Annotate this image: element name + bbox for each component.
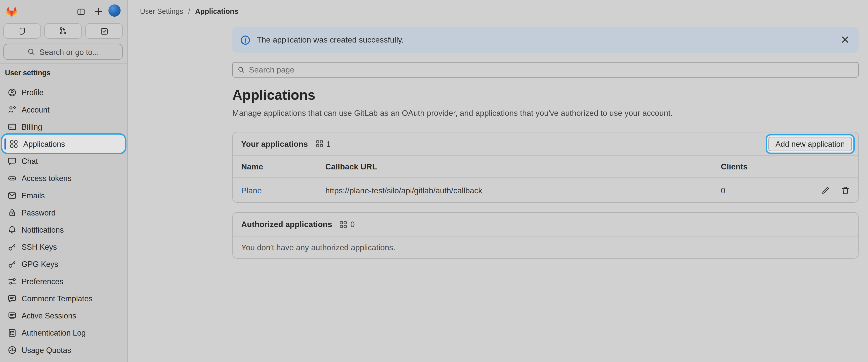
- close-icon[interactable]: [840, 35, 850, 44]
- sidebar-item-label: Chat: [22, 157, 38, 165]
- emails-icon: [8, 191, 17, 200]
- sidebar-header: [0, 0, 127, 22]
- sidebar-item-password[interactable]: Password: [3, 204, 124, 221]
- sidebar-item-label: Notifications: [22, 225, 64, 234]
- column-header-callback-url: Callback URL: [326, 162, 721, 171]
- sidebar-item-active-sessions[interactable]: Active Sessions: [3, 307, 124, 324]
- merge-requests-shortcut-button[interactable]: [44, 23, 82, 39]
- authentication-log-icon: [8, 328, 17, 337]
- sidebar-item-profile[interactable]: Profile: [3, 84, 124, 100]
- active-sessions-icon: [8, 311, 17, 320]
- sidebar-item-label: Emails: [22, 191, 45, 200]
- gpg-keys-icon: [8, 259, 17, 268]
- sidebar: Search or go to... User settings Profile…: [0, 0, 128, 362]
- applications-table-header: Name Callback URL Clients: [233, 156, 858, 178]
- gitlab-logo-icon[interactable]: [5, 5, 18, 18]
- profile-icon: [8, 88, 17, 97]
- sidebar-item-billing[interactable]: Billing: [3, 118, 124, 135]
- sidebar-item-label: Usage Quotas: [22, 345, 71, 354]
- comment-templates-icon: [8, 294, 17, 303]
- sidebar-item-access-tokens[interactable]: Access tokens: [3, 170, 124, 186]
- breadcrumb-applications: Applications: [195, 7, 238, 16]
- account-icon: [8, 105, 17, 114]
- sidebar-item-ssh-keys[interactable]: SSH Keys: [3, 239, 124, 255]
- alert-message: The application was created successfully…: [257, 35, 404, 44]
- success-alert: The application was created successfully…: [232, 27, 859, 53]
- sidebar-shortcuts: [3, 23, 123, 39]
- sidebar-nav: Profile Account Billing Applications Cha…: [0, 83, 127, 358]
- breadcrumb-user-settings[interactable]: User Settings: [140, 7, 183, 16]
- add-new-application-button[interactable]: Add new application: [768, 137, 852, 151]
- issues-icon: [18, 27, 26, 35]
- sidebar-item-usage-quotas[interactable]: Usage Quotas: [3, 342, 124, 358]
- applications-grid-icon: [315, 139, 323, 148]
- billing-icon: [8, 122, 17, 131]
- card-title: Authorized applications: [241, 220, 332, 229]
- sidebar-item-label: Authentication Log: [22, 328, 86, 337]
- information-icon: [240, 35, 251, 45]
- new-menu-plus-icon[interactable]: [93, 6, 104, 17]
- sidebar-item-label: Account: [22, 105, 50, 114]
- sidebar-item-label: SSH Keys: [22, 243, 57, 251]
- ssh-keys-icon: [8, 243, 17, 251]
- sidebar-item-preferences[interactable]: Preferences: [3, 273, 124, 289]
- sidebar-item-emails[interactable]: Emails: [3, 187, 124, 203]
- sidebar-item-label: Comment Templates: [22, 294, 93, 303]
- merge-requests-icon: [59, 27, 67, 35]
- sidebar-section-title: User settings: [5, 69, 51, 77]
- sidebar-toggle-icon[interactable]: [75, 6, 86, 17]
- column-header-name: Name: [241, 162, 325, 171]
- applications-icon: [9, 139, 18, 148]
- password-icon: [8, 208, 17, 217]
- sidebar-item-applications[interactable]: Applications: [3, 136, 124, 152]
- page-search-input[interactable]: [249, 65, 846, 74]
- sidebar-item-account[interactable]: Account: [3, 102, 124, 117]
- sidebar-item-label: Active Sessions: [22, 311, 76, 320]
- gitlab-app: Search or go to... User settings Profile…: [0, 0, 868, 362]
- sidebar-item-label: GPG Keys: [22, 259, 58, 268]
- sidebar-item-label: Applications: [23, 139, 65, 148]
- page-title: Applications: [232, 87, 315, 103]
- delete-trash-icon[interactable]: [841, 186, 850, 195]
- row-actions: [810, 186, 850, 195]
- your-applications-card: Your applications 1 Add new application …: [232, 132, 859, 203]
- usage-quotas-icon: [8, 345, 17, 354]
- your-applications-header: Your applications 1 Add new application: [233, 132, 858, 156]
- search-icon: [27, 48, 35, 56]
- preferences-icon: [8, 277, 17, 285]
- page-description: Manage applications that can use GitLab …: [232, 109, 673, 117]
- breadcrumb: User Settings / Applications: [140, 7, 238, 16]
- sidebar-item-label: Billing: [22, 122, 42, 131]
- sidebar-item-chat[interactable]: Chat: [3, 153, 124, 169]
- application-callback-url: https://plane-test/silo/api/gitlab/auth/…: [326, 186, 721, 195]
- user-avatar[interactable]: [108, 4, 120, 17]
- application-clients-count: 0: [721, 186, 810, 195]
- search-or-go-to[interactable]: Search or go to...: [3, 44, 123, 60]
- applications-count: 1: [326, 139, 331, 148]
- application-name-link[interactable]: Plane: [241, 186, 325, 195]
- topbar: User Settings / Applications: [128, 0, 868, 23]
- page-search-box: [232, 62, 859, 78]
- access-tokens-icon: [8, 174, 17, 183]
- sidebar-item-label: Password: [22, 208, 56, 217]
- sidebar-item-comment-templates[interactable]: Comment Templates: [3, 290, 124, 306]
- sidebar-divider: [0, 63, 127, 64]
- notifications-icon: [8, 225, 17, 234]
- authorized-count: 0: [350, 220, 354, 229]
- sidebar-item-label: Profile: [22, 88, 43, 97]
- sidebar-item-notifications[interactable]: Notifications: [3, 222, 124, 238]
- issues-shortcut-button[interactable]: [3, 23, 41, 39]
- applications-grid-icon: [339, 220, 347, 229]
- edit-pencil-icon[interactable]: [821, 186, 830, 195]
- authorized-applications-header: Authorized applications 0: [233, 213, 858, 236]
- authorized-empty-message: You don't have any authorized applicatio…: [233, 236, 858, 258]
- sidebar-item-gpg-keys[interactable]: GPG Keys: [3, 256, 124, 272]
- sidebar-item-label: Access tokens: [22, 174, 72, 183]
- card-title: Your applications: [241, 139, 308, 148]
- column-header-clients: Clients: [721, 162, 810, 171]
- sidebar-item-authentication-log[interactable]: Authentication Log: [3, 325, 124, 341]
- application-row: Plane https://plane-test/silo/api/gitlab…: [233, 178, 858, 203]
- sidebar-item-label: Preferences: [22, 277, 63, 285]
- search-label: Search or go to...: [39, 47, 99, 56]
- todos-shortcut-button[interactable]: [85, 23, 123, 39]
